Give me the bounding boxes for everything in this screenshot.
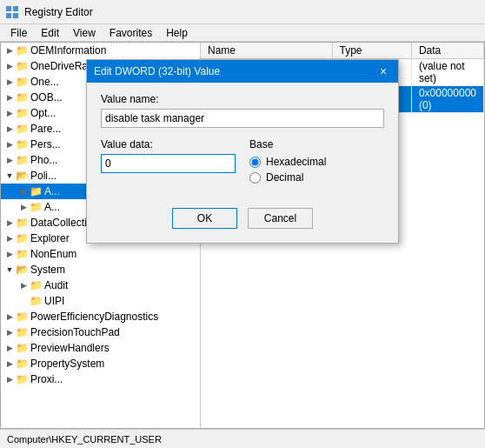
svg-rect-1: [13, 6, 18, 11]
window-title: Registry Editor: [24, 6, 93, 18]
radio-hex-row: Hexadecimal: [249, 156, 384, 168]
cancel-button[interactable]: Cancel: [248, 208, 313, 229]
dialog-buttons: OK Cancel: [101, 201, 384, 232]
radio-dec-row: Decimal: [249, 171, 384, 184]
value-data-col: Value data:: [101, 138, 236, 187]
radio-hex-label[interactable]: Hexadecimal: [266, 156, 326, 168]
base-label: Base: [249, 138, 384, 150]
title-bar: Registry Editor: [0, 0, 485, 24]
svg-rect-3: [13, 13, 18, 18]
modal-overlay: Edit DWORD (32-bit) Value × Value name: …: [0, 24, 485, 448]
radio-decimal[interactable]: [249, 172, 261, 184]
value-data-label: Value data:: [101, 138, 236, 150]
svg-rect-2: [6, 13, 11, 18]
app-icon: [5, 5, 19, 19]
dialog-title-bar: Edit DWORD (32-bit) Value ×: [87, 60, 398, 83]
dialog-body: Value name: Value data: Base Hexadecimal: [87, 83, 398, 243]
dialog-title: Edit DWORD (32-bit) Value: [94, 65, 220, 77]
dialog-close-button[interactable]: ×: [375, 64, 391, 79]
radio-dec-label[interactable]: Decimal: [266, 171, 303, 184]
svg-rect-0: [6, 6, 11, 11]
radio-hexadecimal[interactable]: [249, 157, 261, 168]
base-col: Base Hexadecimal Decimal: [249, 138, 384, 187]
value-name-label: Value name:: [101, 93, 384, 105]
ok-button[interactable]: OK: [172, 208, 237, 229]
value-name-input[interactable]: [101, 109, 384, 128]
edit-dword-dialog: Edit DWORD (32-bit) Value × Value name: …: [86, 59, 399, 244]
dialog-data-row: Value data: Base Hexadecimal Decimal: [101, 138, 384, 187]
value-data-input[interactable]: [101, 154, 236, 173]
